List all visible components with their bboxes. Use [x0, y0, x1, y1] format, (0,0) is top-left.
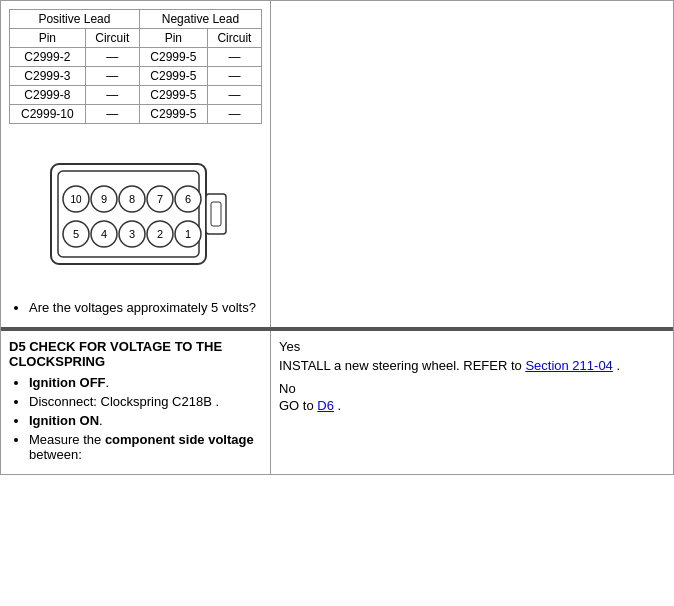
connector-svg: 10 9 8 7 6 5 [36, 144, 236, 284]
pos-circuit-header: Circuit [85, 29, 139, 48]
right-panel-top [271, 1, 673, 327]
yes-label: Yes [279, 339, 665, 354]
step-2: Disconnect: Clockspring C218B . [29, 394, 262, 409]
step-4-post: between: [29, 447, 82, 462]
left-panel: Positive Lead Negative Lead Pin Circuit … [1, 1, 271, 327]
svg-text:6: 6 [184, 193, 190, 205]
step-2-text: Disconnect: Clockspring C218B . [29, 394, 219, 409]
svg-text:3: 3 [128, 228, 134, 240]
neg-pin-3: C2999-5 [139, 105, 207, 124]
neg-circuit-header: Circuit [207, 29, 261, 48]
voltage-question: Are the voltages approximately 5 volts? [29, 300, 262, 315]
main-container: Positive Lead Negative Lead Pin Circuit … [0, 0, 674, 475]
pos-pin-1: C2999-3 [10, 67, 86, 86]
voltage-table: Positive Lead Negative Lead Pin Circuit … [9, 9, 262, 124]
svg-text:7: 7 [156, 193, 162, 205]
step-4-bold: component side voltage [105, 432, 254, 447]
no-content: GO to D6 . [279, 398, 665, 413]
neg-pin-header: Pin [139, 29, 207, 48]
no-label: No [279, 381, 665, 396]
steps-list: Ignition OFF. Disconnect: Clockspring C2… [9, 375, 262, 462]
bottom-left: D5 CHECK FOR VOLTAGE TO THE CLOCKSPRING … [1, 331, 271, 474]
negative-lead-header: Negative Lead [139, 10, 261, 29]
svg-text:2: 2 [156, 228, 162, 240]
top-section: Positive Lead Negative Lead Pin Circuit … [1, 1, 673, 329]
pos-pin-header: Pin [10, 29, 86, 48]
svg-text:10: 10 [70, 194, 82, 205]
neg-circuit-2: — [207, 86, 261, 105]
step-1: Ignition OFF. [29, 375, 262, 390]
neg-circuit-0: — [207, 48, 261, 67]
neg-pin-1: C2999-5 [139, 67, 207, 86]
step-4: Measure the component side voltage betwe… [29, 432, 262, 462]
step-3-bold: Ignition ON [29, 413, 99, 428]
step-3: Ignition ON. [29, 413, 262, 428]
svg-text:1: 1 [184, 228, 190, 240]
yes-link[interactable]: Section 211-04 [525, 358, 612, 373]
step-1-bold: Ignition OFF [29, 375, 106, 390]
step-1-post: . [106, 375, 110, 390]
positive-lead-header: Positive Lead [10, 10, 140, 29]
svg-text:4: 4 [100, 228, 106, 240]
step-3-post: . [99, 413, 103, 428]
pos-circuit-0: — [85, 48, 139, 67]
bottom-right: Yes INSTALL a new steering wheel. REFER … [271, 331, 673, 474]
no-link[interactable]: D6 [317, 398, 334, 413]
yes-content: INSTALL a new steering wheel. REFER to S… [279, 358, 665, 373]
svg-text:8: 8 [128, 193, 134, 205]
svg-text:9: 9 [100, 193, 106, 205]
pos-pin-3: C2999-10 [10, 105, 86, 124]
section-title: D5 CHECK FOR VOLTAGE TO THE CLOCKSPRING [9, 339, 262, 369]
table-row: C2999-10 — C2999-5 — [10, 105, 262, 124]
svg-text:5: 5 [72, 228, 78, 240]
neg-circuit-1: — [207, 67, 261, 86]
connector-diagram: 10 9 8 7 6 5 [9, 144, 262, 284]
step-4-pre: Measure the [29, 432, 105, 447]
table-row: C2999-8 — C2999-5 — [10, 86, 262, 105]
question-list: Are the voltages approximately 5 volts? [9, 300, 262, 315]
pos-circuit-2: — [85, 86, 139, 105]
yes-period: . [613, 358, 620, 373]
svg-rect-3 [211, 202, 221, 226]
yes-text: INSTALL a new steering wheel. REFER to [279, 358, 525, 373]
pos-pin-0: C2999-2 [10, 48, 86, 67]
no-text: GO to [279, 398, 317, 413]
pos-pin-2: C2999-8 [10, 86, 86, 105]
table-row: C2999-2 — C2999-5 — [10, 48, 262, 67]
table-row: C2999-3 — C2999-5 — [10, 67, 262, 86]
neg-pin-2: C2999-5 [139, 86, 207, 105]
neg-circuit-3: — [207, 105, 261, 124]
pos-circuit-1: — [85, 67, 139, 86]
neg-pin-0: C2999-5 [139, 48, 207, 67]
no-period: . [334, 398, 341, 413]
bottom-section: D5 CHECK FOR VOLTAGE TO THE CLOCKSPRING … [1, 329, 673, 474]
pos-circuit-3: — [85, 105, 139, 124]
